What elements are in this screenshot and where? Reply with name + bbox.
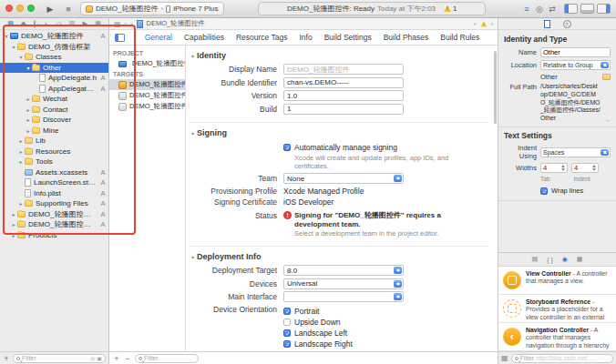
disclosure-triangle-icon[interactable] (25, 96, 32, 102)
deployment-target-dropdown[interactable]: 8.0 (283, 265, 404, 276)
disclosure-triangle-icon[interactable] (17, 54, 25, 60)
targets-panel-toggle-icon[interactable] (115, 34, 125, 42)
orientation-portrait-checkbox[interactable] (283, 308, 291, 315)
quick-help-icon[interactable]: ? (563, 20, 571, 28)
main-interface-dropdown[interactable] (283, 291, 404, 302)
remove-target-button[interactable]: − (124, 354, 131, 363)
debug-navigator-icon[interactable]: ▥ (69, 20, 76, 27)
project-navigator-icon[interactable]: ▤ (7, 20, 14, 27)
related-items-icon[interactable]: ▦ (114, 20, 121, 28)
choose-folder-icon[interactable] (602, 74, 611, 80)
go-forward-button[interactable]: › (130, 20, 133, 28)
tree-item[interactable]: Tools (0, 157, 108, 167)
disclosure-triangle-icon[interactable] (17, 148, 25, 155)
disclosure-triangle-icon[interactable] (3, 33, 10, 39)
tree-item[interactable]: Supporting FilesA (0, 198, 108, 209)
disclosure-triangle-icon[interactable] (10, 232, 17, 238)
recent-files-icon[interactable]: ◎ (90, 355, 95, 361)
tree-item[interactable]: Classes (0, 52, 108, 63)
run-button[interactable]: ▶ (44, 5, 56, 14)
tree-item[interactable]: AppDelegate.hA (0, 73, 108, 84)
location-dropdown[interactable]: Relative to Group (540, 60, 611, 70)
disclosure-triangle-icon[interactable] (191, 254, 194, 260)
disclosure-triangle-icon[interactable] (10, 221, 17, 228)
team-dropdown[interactable]: None (283, 173, 404, 184)
tree-item[interactable]: DEMO_轮播图控件UITestsA (0, 219, 108, 230)
scheme-selector[interactable]: DEMO_轮播图控件 › iPhone 7 Plus (80, 2, 224, 15)
inspector-toggle-button[interactable] (597, 4, 611, 14)
navigator-toggle-button[interactable] (564, 4, 578, 14)
symbol-navigator-icon[interactable]: ◆ (21, 20, 26, 27)
tree-item[interactable]: Products (0, 230, 108, 241)
project-item[interactable]: DEMO_轮播图控件 (109, 58, 185, 69)
library-item[interactable]: ‹Navigation Controller - A controller th… (498, 323, 616, 351)
disclosure-triangle-icon[interactable] (25, 65, 32, 71)
disclosure-triangle-icon[interactable] (25, 106, 32, 113)
target-item[interactable]: DEMO_轮播图控件 (109, 79, 185, 90)
tab-resource-tags[interactable]: Resource Tags (236, 33, 288, 42)
devices-dropdown[interactable]: Universal (283, 278, 404, 289)
disclosure-triangle-icon[interactable] (10, 44, 17, 50)
editor-scrollbar[interactable] (494, 51, 497, 124)
target-item[interactable]: DEMO_轮播图控件Tests (109, 90, 185, 101)
debug-area-toggle-button[interactable] (580, 4, 594, 14)
orientation-landscape-right-checkbox[interactable] (283, 340, 291, 348)
orientation-upside-down-checkbox[interactable] (283, 318, 291, 326)
issue-navigator-icon[interactable]: ▲ (43, 21, 49, 27)
report-navigator-icon[interactable]: ▩ (95, 20, 101, 27)
previous-issue-button[interactable]: ‹ (474, 20, 477, 28)
disclosure-triangle-icon[interactable] (25, 116, 32, 123)
disclosure-triangle-icon[interactable] (17, 200, 25, 207)
build-field[interactable] (283, 104, 404, 115)
code-snippet-library-icon[interactable]: { } (547, 257, 553, 263)
tree-item[interactable]: DEMO_轮播图控件A (0, 31, 108, 42)
file-inspector-icon[interactable] (544, 20, 550, 28)
library-item[interactable]: Storyboard Reference - Provides a placeh… (498, 295, 616, 323)
disclosure-triangle-icon[interactable] (17, 137, 25, 144)
tree-item[interactable]: Discover (0, 115, 108, 126)
target-item[interactable]: DEMO_轮播图控件UITests (109, 101, 185, 112)
navigator-filter-field[interactable]: Filter ◎ ▣ (13, 354, 106, 363)
tree-item[interactable]: Contact (0, 105, 108, 116)
file-template-library-icon[interactable]: ▤ (532, 256, 539, 263)
tree-item[interactable]: Resources (0, 147, 108, 157)
jump-arrow-icon[interactable]: → (604, 116, 611, 123)
tab-build-rules[interactable]: Build Rules (440, 33, 479, 42)
next-issue-button[interactable]: › (491, 20, 494, 28)
traffic-lights[interactable] (5, 5, 38, 14)
tree-item[interactable]: Other (0, 63, 108, 74)
disclosure-triangle-icon[interactable] (25, 127, 32, 134)
display-name-field[interactable] (283, 64, 404, 75)
add-target-button[interactable]: + (113, 354, 120, 363)
assistant-editor-button[interactable]: ◎ (533, 5, 546, 14)
indent-width-stepper[interactable]: 4 (571, 163, 599, 173)
tree-item[interactable]: Info.plistA (0, 188, 108, 199)
tab-info[interactable]: Info (299, 33, 312, 42)
tab-build-phases[interactable]: Build Phases (384, 33, 429, 42)
go-back-button[interactable]: ‹ (125, 20, 128, 28)
disclosure-triangle-icon[interactable] (17, 158, 25, 165)
orientation-landscape-left-checkbox[interactable] (283, 329, 291, 337)
media-library-icon[interactable]: ▦ (577, 256, 583, 263)
tab-capabilities[interactable]: Capabilities (184, 33, 224, 42)
standard-editor-button[interactable]: ≡ (520, 5, 533, 14)
tree-item[interactable]: DEMO_仿微信框架 (0, 42, 108, 53)
disclosure-triangle-icon[interactable] (191, 130, 194, 136)
stop-button[interactable]: ■ (62, 5, 75, 14)
library-filter-field[interactable]: Filter http://blog.csdn.net/... (511, 354, 613, 363)
version-editor-button[interactable]: ⇄ (546, 5, 559, 14)
tree-item[interactable]: Assets.xcassetsA (0, 167, 108, 178)
zoom-window-button[interactable] (27, 5, 35, 12)
add-file-button[interactable]: + (3, 354, 10, 363)
grid-view-icon[interactable]: ▦ (501, 354, 508, 362)
auto-signing-checkbox[interactable] (283, 144, 291, 151)
tree-item[interactable]: Mine (0, 126, 108, 136)
name-field[interactable] (540, 47, 611, 57)
tree-item[interactable]: DEMO_轮播图控件TestsA (0, 209, 108, 220)
bundle-id-field[interactable] (283, 77, 404, 88)
tree-item[interactable]: AppDelegate.mA (0, 84, 108, 95)
indent-using-dropdown[interactable]: Spaces (540, 147, 611, 157)
library-item[interactable]: View Controller - A controller that mana… (498, 267, 616, 295)
version-field[interactable] (283, 90, 404, 101)
warning-indicator[interactable]: 1 (444, 5, 457, 13)
